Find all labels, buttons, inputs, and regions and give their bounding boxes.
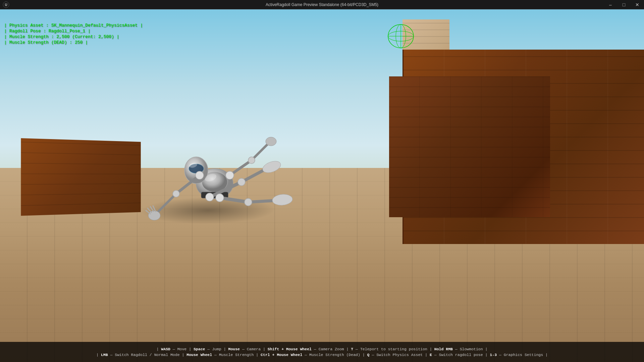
hud-muscle-strength: | Muscle Strength : 2,500 (Current: 2,50… [4,34,143,39]
svg-point-30 [206,193,214,201]
controls-line-1: | WASD — Move | Space — Jump | Mouse — C… [157,347,488,351]
svg-line-13 [156,194,176,214]
wall-center [389,76,550,217]
svg-line-23 [241,169,267,182]
controls-line-2: | LMB — Switch Ragdoll / Normal Mode | M… [96,353,548,357]
svg-point-33 [248,157,255,164]
svg-point-29 [226,171,234,179]
titlebar-controls: – □ ✕ [604,0,644,9]
controls-text-2: | LMB — Switch Ragdoll / Normal Mode | M… [96,353,548,357]
hud-overlay: | Physics Asset : SK_Mannequin_Default_P… [4,23,143,45]
controls-bar: | WASD — Move | Space — Jump | Mouse — C… [0,342,644,362]
svg-line-25 [220,198,248,202]
maximize-button[interactable]: □ [617,0,631,9]
minimize-button[interactable]: – [604,0,617,9]
svg-text:U: U [5,3,7,7]
svg-point-34 [238,178,245,186]
character-ragdoll [127,117,312,231]
hud-ragdoll-pose: | Ragdoll Pose : Ragdoll_Pose_1 | [4,28,143,34]
controls-text-1: | WASD — Move | Space — Jump | Mouse — C… [157,347,488,351]
wireframe-sphere [386,23,416,50]
svg-point-27 [272,193,293,206]
ue-logo: U [3,1,9,8]
box-left [21,138,141,216]
svg-point-24 [261,159,282,175]
svg-point-21 [266,137,276,146]
svg-point-32 [173,190,179,197]
svg-point-31 [216,194,224,202]
titlebar-title: ActiveRagdoll Game Preview Standalone (6… [266,2,378,7]
hud-muscle-strength-dead: | Muscle Strength (DEAD) : 250 | [4,40,143,45]
close-button[interactable]: ✕ [631,0,644,9]
svg-point-28 [196,171,204,179]
svg-point-35 [245,198,252,206]
svg-point-14 [148,211,160,220]
game-viewport[interactable]: | Physics Asset : SK_Mannequin_Default_P… [0,9,644,362]
hud-physics-asset: | Physics Asset : SK_Mannequin_Default_P… [4,23,143,28]
titlebar: U ActiveRagdoll Game Preview Standalone … [0,0,644,9]
